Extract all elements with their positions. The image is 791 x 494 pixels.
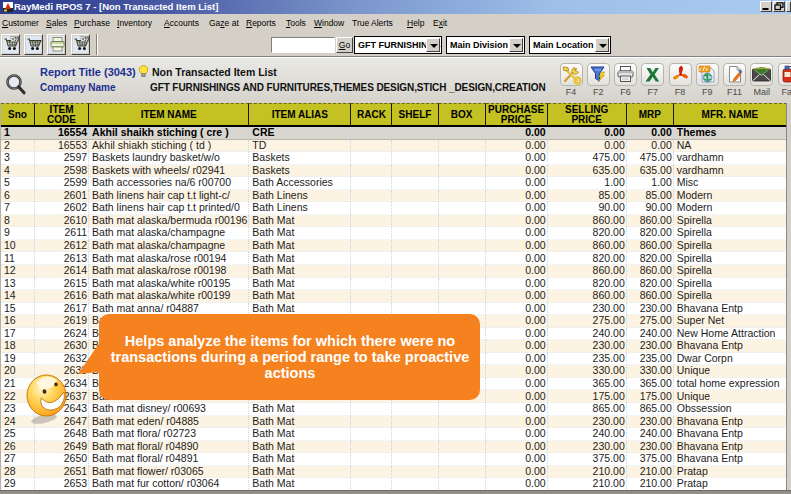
svg-text:Helps analyze the items for wh: Helps analyze the items for which there … <box>125 333 456 349</box>
svg-text:transactions during a period r: transactions during a period range to ta… <box>111 349 470 365</box>
svg-text:actions: actions <box>265 365 316 381</box>
